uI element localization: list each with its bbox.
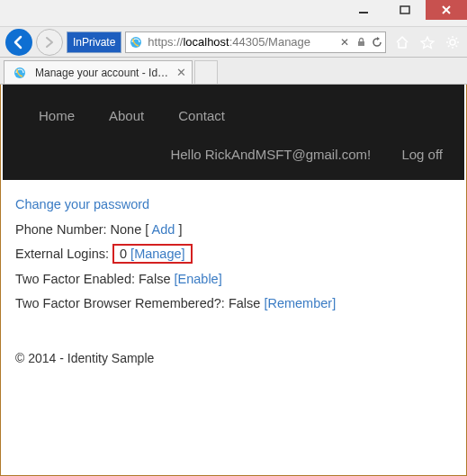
svg-line-12 <box>456 45 458 47</box>
change-password-link[interactable]: Change your password <box>15 197 149 211</box>
nav-about[interactable]: About <box>109 108 144 123</box>
url-host: localhost <box>183 35 229 49</box>
svg-line-13 <box>448 45 450 47</box>
window-close-button[interactable] <box>426 0 467 20</box>
external-logins-row: External Logins: 0 [Manage] <box>15 242 452 267</box>
favorites-icon[interactable] <box>418 33 436 51</box>
two-factor-row: Two Factor Enabled: False [Enable] <box>15 267 452 292</box>
nav-hello-user[interactable]: Hello RickAndMSFT@gmail.com! <box>170 147 371 162</box>
remember-link[interactable]: [Remember] <box>264 296 336 310</box>
forward-button[interactable] <box>36 29 63 56</box>
home-icon[interactable] <box>393 33 411 51</box>
two-factor-enable-link[interactable]: [Enable] <box>175 272 222 286</box>
tab-title: Manage your account - Ide... <box>35 67 171 79</box>
url-rest: :44305/Manage <box>229 35 310 49</box>
window-maximize-button[interactable] <box>384 0 426 20</box>
phone-add-link[interactable]: Add <box>152 222 175 237</box>
svg-line-14 <box>456 38 458 40</box>
page-footer: © 2014 - Identity Sample <box>3 329 464 387</box>
nav-logoff[interactable]: Log off <box>401 147 443 162</box>
ie-page-icon <box>128 34 144 50</box>
svg-rect-5 <box>358 41 364 46</box>
svg-line-11 <box>448 38 450 40</box>
account-manage-section: Change your password Phone Number: None … <box>3 180 464 329</box>
svg-rect-1 <box>400 6 409 13</box>
external-logins-highlight: 0 [Manage] <box>112 244 193 264</box>
refresh-icon[interactable] <box>369 37 385 48</box>
window-minimize-button[interactable] <box>343 0 384 20</box>
phone-number-row: Phone Number: None [ Add ] <box>15 218 452 243</box>
settings-gear-icon[interactable] <box>444 33 462 51</box>
page-viewport: Home About Contact Hello RickAndMSFT@gma… <box>0 85 467 476</box>
external-logins-manage-link[interactable]: [Manage] <box>130 247 184 261</box>
external-logins-label: External Logins: <box>15 247 109 261</box>
tab-close-icon[interactable]: ✕ <box>176 66 186 79</box>
svg-point-6 <box>450 40 455 45</box>
stop-icon[interactable]: ✕ <box>337 36 353 49</box>
nav-home[interactable]: Home <box>39 108 75 123</box>
url-text[interactable]: https://localhost:44305/Manage <box>146 35 337 49</box>
nav-contact[interactable]: Contact <box>178 108 225 123</box>
new-tab-button[interactable] <box>194 60 218 84</box>
url-prefix: https:// <box>148 35 183 49</box>
browser-tab[interactable]: Manage your account - Ide... ✕ <box>4 60 193 84</box>
remembered-label: Two Factor Browser Remembered?: False <box>15 296 264 310</box>
inprivate-badge: InPrivate <box>67 31 121 53</box>
address-bar[interactable]: https://localhost:44305/Manage ✕ <box>125 31 386 53</box>
phone-close-bracket: ] <box>175 222 182 237</box>
back-button[interactable] <box>5 29 32 56</box>
phone-label: Phone Number: None [ <box>15 222 152 237</box>
ie-tab-icon <box>12 65 28 81</box>
external-logins-count: 0 <box>120 247 130 261</box>
tab-strip: Manage your account - Ide... ✕ <box>0 58 467 85</box>
two-factor-remembered-row: Two Factor Browser Remembered?: False [R… <box>15 292 452 317</box>
two-factor-label: Two Factor Enabled: False <box>15 272 175 286</box>
window-titlebar <box>0 0 467 27</box>
site-navbar: Home About Contact Hello RickAndMSFT@gma… <box>3 85 464 180</box>
lock-icon <box>353 37 369 47</box>
browser-toolbar: InPrivate https://localhost:44305/Manage… <box>0 27 467 58</box>
